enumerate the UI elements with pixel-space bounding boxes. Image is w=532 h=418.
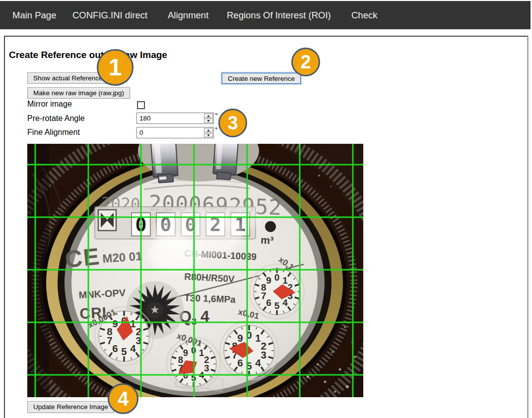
update-reference-image-button[interactable]: Update Reference Image bbox=[27, 401, 114, 413]
spin-up-icon[interactable] bbox=[204, 114, 213, 118]
nav-item-config-ini[interactable]: CONFIG.INI direct bbox=[72, 1, 147, 29]
ce-mark: CE bbox=[64, 243, 102, 273]
dial-number: 1 bbox=[282, 275, 287, 286]
temp-pressure-marking: T30 1,6MPa bbox=[184, 293, 236, 305]
spin-down-icon[interactable] bbox=[204, 119, 213, 123]
dial-number: 4 bbox=[255, 358, 261, 368]
nav-item-alignment[interactable]: Alignment bbox=[168, 1, 208, 29]
decimal-dot bbox=[265, 221, 276, 232]
dial-number: 9 bbox=[112, 318, 118, 329]
dial-number: 6 bbox=[237, 358, 243, 368]
reference-image: 2020 2000692952 0 0 0 2 1 bbox=[27, 144, 363, 397]
unit-label: m³ bbox=[261, 234, 274, 246]
fine-alignment-field bbox=[136, 127, 214, 138]
callout-1: 1 bbox=[97, 49, 133, 86]
top-nav: Main Page CONFIG.INI direct Alignment Re… bbox=[0, 1, 531, 29]
callout-2: 2 bbox=[291, 48, 320, 76]
mirror-image-label: Mirror image bbox=[27, 100, 72, 109]
meter-photo: 2020 2000692952 0 0 0 2 1 bbox=[27, 144, 363, 397]
prerotate-angle-label: Pre-rotate Angle bbox=[27, 114, 85, 123]
nav-item-check[interactable]: Check bbox=[351, 1, 377, 29]
spin-up-icon[interactable] bbox=[204, 128, 213, 132]
prerotate-degree-unit: ° bbox=[215, 111, 218, 119]
fine-alignment-spinner bbox=[203, 127, 213, 138]
dial-number: 7 bbox=[107, 335, 112, 346]
dial-number: 0 bbox=[274, 272, 279, 283]
dial-number: 4 bbox=[282, 298, 288, 308]
dial-number: 3 bbox=[261, 350, 266, 360]
dial-number: 8 bbox=[107, 326, 112, 337]
callout-4: 4 bbox=[108, 383, 138, 414]
make-raw-image-button[interactable]: Make new raw image (raw.jpg) bbox=[27, 87, 130, 99]
nav-item-main-page[interactable]: Main Page bbox=[12, 1, 56, 29]
prerotate-angle-field bbox=[136, 113, 214, 124]
fine-alignment-label: Fine Alignment bbox=[27, 128, 80, 137]
page-title: Create Reference out of Raw Image bbox=[9, 50, 167, 60]
prerotate-angle-input[interactable] bbox=[137, 113, 203, 123]
dial-number: 3 bbox=[204, 363, 209, 373]
dial-number: 1 bbox=[199, 348, 204, 358]
fine-alignment-degree-unit: ° bbox=[215, 125, 218, 134]
mirror-image-checkbox[interactable] bbox=[137, 101, 145, 109]
app-window: Main Page CONFIG.INI direct Alignment Re… bbox=[0, 0, 532, 418]
approval-mark: M20 01 bbox=[102, 249, 142, 265]
create-new-reference-button[interactable]: Create new Reference bbox=[222, 73, 301, 84]
spin-down-icon[interactable] bbox=[204, 133, 213, 137]
dial-number: 9 bbox=[183, 348, 188, 358]
nav-item-roi[interactable]: Regions Of Interest (ROI) bbox=[227, 1, 331, 29]
dial-number: 6 bbox=[112, 343, 118, 354]
dial-number: 5 bbox=[274, 300, 279, 311]
dial-number: 8 bbox=[178, 355, 183, 365]
fine-alignment-input[interactable] bbox=[137, 127, 203, 138]
dial-number: 9 bbox=[237, 333, 243, 344]
callout-3: 3 bbox=[218, 109, 247, 137]
prerotate-spinner bbox=[203, 113, 213, 123]
dial-number: 6 bbox=[266, 298, 271, 308]
dial-number: 4 bbox=[130, 343, 136, 354]
dial-number: 1 bbox=[255, 333, 261, 344]
dial-number: 8 bbox=[261, 282, 266, 293]
dial-number: 9 bbox=[266, 275, 271, 286]
dial-number: 5 bbox=[121, 346, 127, 357]
show-actual-reference-button[interactable]: Show actual Reference bbox=[27, 72, 109, 84]
